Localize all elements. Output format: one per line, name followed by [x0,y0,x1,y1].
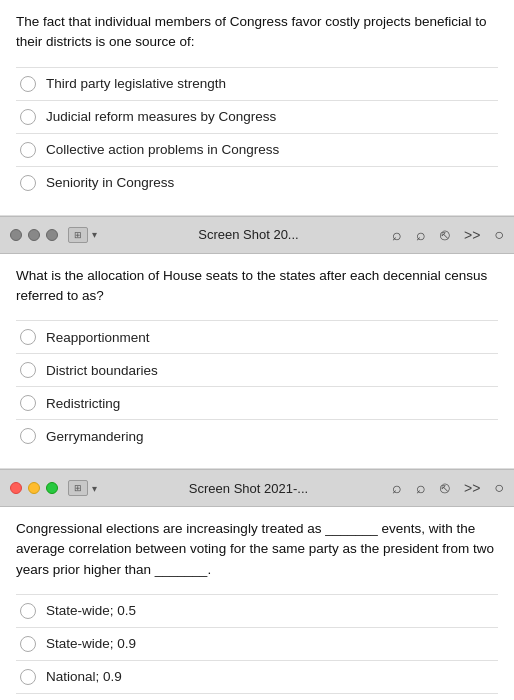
circle-icon-1[interactable]: ○ [494,226,504,244]
option-3-1[interactable]: State-wide; 0.5 [16,594,498,627]
option-1-1[interactable]: Third party legislative strength [16,67,498,100]
option-label: Redistricting [46,396,120,411]
question-text-2: What is the allocation of House seats to… [16,266,498,307]
traffic-light-minimize-2[interactable] [28,482,40,494]
option-label: Reapportionment [46,330,150,345]
option-1-3[interactable]: Collective action problems in Congress [16,133,498,166]
option-label: Gerrymandering [46,429,144,444]
browser-toolbar-1: ⊞ ▾ Screen Shot 20... ⌕ ⌕ ⎋ >> ○ [0,216,514,254]
option-label: State-wide; 0.9 [46,636,136,651]
toolbar-actions-1: ⌕ ⌕ ⎋ >> ○ [392,226,504,244]
option-label: District boundaries [46,363,158,378]
option-label: Third party legislative strength [46,76,226,91]
traffic-light-close-2[interactable] [10,482,22,494]
option-3-2[interactable]: State-wide; 0.9 [16,627,498,660]
option-2-3[interactable]: Redistricting [16,386,498,419]
browser-toolbar-2: ⊞ ▾ Screen Shot 2021-... ⌕ ⌕ ⎋ >> ○ [0,469,514,507]
traffic-light-maximize-2[interactable] [46,482,58,494]
share-icon-2[interactable]: ⎋ [440,479,450,497]
radio-button[interactable] [20,76,36,92]
share-icon-1[interactable]: ⎋ [440,226,450,244]
traffic-light-maximize[interactable] [46,229,58,241]
radio-button[interactable] [20,142,36,158]
option-label: National; 0.9 [46,669,122,684]
toolbar-title-2: Screen Shot 2021-... [105,481,392,496]
question-panel-1: The fact that individual members of Cong… [0,0,514,216]
toolbar-actions-2: ⌕ ⌕ ⎋ >> ○ [392,479,504,497]
traffic-lights-1 [10,229,58,241]
question-text-1: The fact that individual members of Cong… [16,12,498,53]
radio-button[interactable] [20,428,36,444]
radio-button[interactable] [20,636,36,652]
radio-button[interactable] [20,109,36,125]
traffic-light-close[interactable] [10,229,22,241]
search-zoom-icon-2[interactable]: ⌕ [416,479,426,497]
option-3-4[interactable]: Local; 0.5 [16,693,498,700]
question-panel-2: What is the allocation of House seats to… [0,254,514,470]
question-panel-3: Congressional elections are increasingly… [0,507,514,700]
radio-button[interactable] [20,395,36,411]
option-label: Collective action problems in Congress [46,142,279,157]
window-icon-2[interactable]: ⊞ [68,480,88,496]
toolbar-title-1: Screen Shot 20... [105,227,392,242]
radio-button[interactable] [20,175,36,191]
traffic-light-minimize[interactable] [28,229,40,241]
radio-button[interactable] [20,329,36,345]
option-2-2[interactable]: District boundaries [16,353,498,386]
search-icon-2[interactable]: ⌕ [392,479,402,497]
circle-icon-2[interactable]: ○ [494,479,504,497]
window-icon[interactable]: ⊞ [68,227,88,243]
option-label: Seniority in Congress [46,175,174,190]
more-icon-1[interactable]: >> [464,227,480,243]
option-1-2[interactable]: Judicial reform measures by Congress [16,100,498,133]
option-label: State-wide; 0.5 [46,603,136,618]
search-zoom-icon-1[interactable]: ⌕ [416,226,426,244]
radio-button[interactable] [20,669,36,685]
option-2-4[interactable]: Gerrymandering [16,419,498,452]
more-icon-2[interactable]: >> [464,480,480,496]
search-icon-1[interactable]: ⌕ [392,226,402,244]
radio-button[interactable] [20,603,36,619]
option-3-3[interactable]: National; 0.9 [16,660,498,693]
traffic-lights-2 [10,482,58,494]
option-label: Judicial reform measures by Congress [46,109,276,124]
radio-button[interactable] [20,362,36,378]
question-text-3: Congressional elections are increasingly… [16,519,498,580]
dropdown-chevron-icon[interactable]: ▾ [92,229,97,240]
option-1-4[interactable]: Seniority in Congress [16,166,498,199]
dropdown-chevron-icon-2[interactable]: ▾ [92,483,97,494]
option-2-1[interactable]: Reapportionment [16,320,498,353]
